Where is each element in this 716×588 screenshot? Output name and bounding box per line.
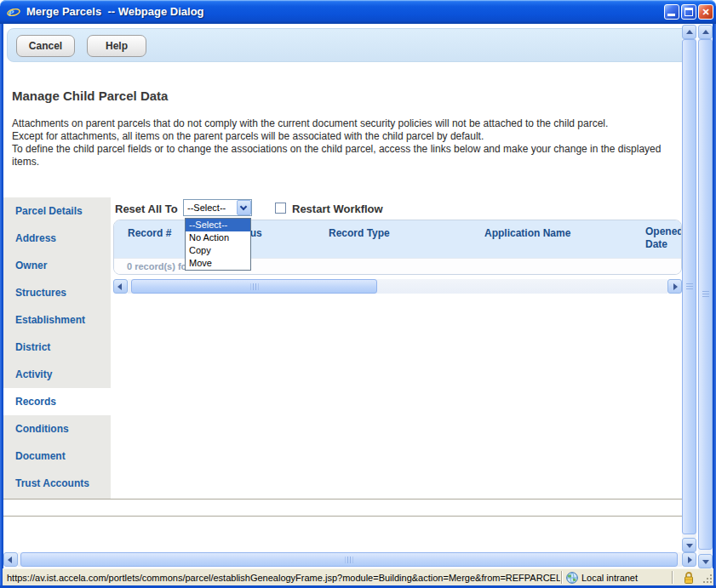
scroll-thumb[interactable] <box>20 552 678 567</box>
window-border-right <box>713 24 716 588</box>
divider-line <box>3 516 682 517</box>
arrow-right-icon <box>673 283 678 290</box>
security-zone-panel: Local intranet <box>564 572 671 584</box>
scroll-up-button[interactable] <box>682 25 696 39</box>
page-title: Manage Child Parcel Data <box>12 88 168 103</box>
ssl-lock-panel <box>674 571 703 585</box>
arrow-down-icon <box>686 544 693 548</box>
close-icon: ✕ <box>699 5 713 19</box>
grip-icon <box>250 283 258 290</box>
security-zone-label: Local intranet <box>581 573 638 583</box>
arrow-right-icon <box>688 557 692 563</box>
cancel-button[interactable]: Cancel <box>16 35 75 57</box>
button-toolbar: Cancel Help <box>7 28 690 62</box>
option-select[interactable]: --Select-- <box>186 219 250 231</box>
description-line: Attachments on parent parcels that do no… <box>12 117 690 130</box>
arrow-left-icon <box>8 557 12 563</box>
select-value: --Select-- <box>187 203 226 213</box>
status-separator <box>672 571 673 584</box>
frame-vertical-scrollbar <box>682 25 696 552</box>
scroll-right-button[interactable] <box>682 552 696 567</box>
lock-icon <box>683 571 695 585</box>
select-dropdown-button[interactable] <box>237 200 251 215</box>
maximize-button[interactable] <box>681 4 696 20</box>
sidebar-item-establishment[interactable]: Establishment <box>3 306 111 334</box>
reset-all-to-label: Reset All To <box>115 203 178 215</box>
table-horizontal-scrollbar <box>113 279 682 294</box>
maximize-icon <box>684 8 693 16</box>
grip-icon <box>702 291 709 299</box>
page-horizontal-scrollbar <box>3 552 696 568</box>
sidebar-item-structures[interactable]: Structures <box>3 279 111 306</box>
webpage-dialog-window: e Merge Parcels -- Webpage Dialog ✕ Canc… <box>0 0 716 588</box>
dialog-vertical-scrollbar <box>698 25 713 568</box>
sidebar-item-records[interactable]: Records <box>3 388 111 415</box>
globe-icon <box>566 572 578 584</box>
grip-icon <box>686 283 693 291</box>
sidebar-nav: Parcel Details Address Owner Structures … <box>3 197 111 499</box>
restart-workflow-label: Restart Workflow <box>292 203 383 215</box>
sidebar-item-conditions[interactable]: Conditions <box>3 415 111 442</box>
sidebar-item-activity[interactable]: Activity <box>3 361 111 388</box>
description-line: Except for attachments, all items on the… <box>12 130 690 143</box>
scroll-right-button[interactable] <box>667 279 682 294</box>
scroll-thumb[interactable] <box>131 279 377 294</box>
page-description: Attachments on parent parcels that do no… <box>12 117 690 168</box>
arrow-up-icon <box>702 30 709 34</box>
scroll-down-button[interactable] <box>682 538 696 552</box>
divider-line <box>3 499 682 500</box>
scroll-thumb[interactable] <box>698 39 713 550</box>
scroll-up-button[interactable] <box>698 25 713 39</box>
arrow-down-icon <box>702 560 709 564</box>
column-header-record-type: Record Type <box>329 227 390 239</box>
minimize-button[interactable] <box>664 4 679 20</box>
window-title: Merge Parcels -- Webpage Dialog <box>26 0 204 23</box>
scroll-down-button[interactable] <box>698 554 713 568</box>
column-header-opened-date: Opened Date <box>645 225 682 251</box>
scroll-left-button[interactable] <box>3 552 18 567</box>
status-bar: https://av.ist.accela.com/portlets/commo… <box>3 568 713 585</box>
sidebar-item-district[interactable]: District <box>3 334 111 361</box>
status-url-text: https://av.ist.accela.com/portlets/commo… <box>3 573 560 583</box>
status-separator <box>561 571 563 584</box>
sidebar-item-parcel-details[interactable]: Parcel Details <box>3 197 111 225</box>
resize-grip[interactable] <box>703 569 713 585</box>
arrow-left-icon <box>117 283 122 290</box>
reset-action-select[interactable]: --Select-- <box>183 199 252 216</box>
sidebar-item-address[interactable]: Address <box>3 225 111 252</box>
sidebar-item-trust-accounts[interactable]: Trust Accounts <box>3 470 111 497</box>
column-header-application-name: Application Name <box>484 227 570 239</box>
chevron-down-icon <box>240 203 247 210</box>
column-header-record-number: Record # <box>128 227 171 239</box>
option-copy[interactable]: Copy <box>186 244 250 257</box>
arrow-up-icon <box>686 30 693 34</box>
option-no-action[interactable]: No Action <box>186 231 250 244</box>
option-move[interactable]: Move <box>186 257 250 270</box>
internet-explorer-icon: e <box>7 5 20 19</box>
reset-action-option-list: --Select-- No Action Copy Move <box>185 218 251 271</box>
title-bar[interactable]: e Merge Parcels -- Webpage Dialog ✕ <box>0 0 716 24</box>
minimize-icon <box>667 14 675 16</box>
scroll-thumb[interactable] <box>682 39 696 534</box>
close-button[interactable]: ✕ <box>698 4 713 20</box>
dialog-content: Cancel Help Manage Child Parcel Data Att… <box>3 24 713 568</box>
sidebar-item-owner[interactable]: Owner <box>3 252 111 279</box>
sidebar-item-document[interactable]: Document <box>3 442 111 470</box>
svg-text:e: e <box>9 5 14 19</box>
scroll-left-button[interactable] <box>113 279 128 294</box>
help-button[interactable]: Help <box>87 35 146 57</box>
description-line: To define the child parcel fields or to … <box>12 143 690 168</box>
restart-workflow-checkbox[interactable] <box>275 203 286 214</box>
grip-icon <box>346 557 353 563</box>
